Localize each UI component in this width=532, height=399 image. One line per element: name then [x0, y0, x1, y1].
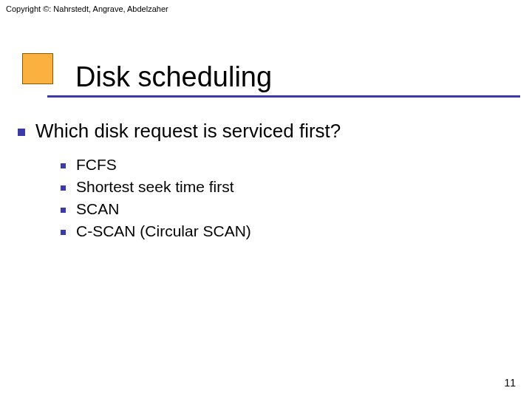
title-block: Disk scheduling — [22, 52, 520, 98]
square-bullet-icon — [61, 208, 66, 213]
question-text: Which disk request is serviced first? — [35, 120, 341, 143]
square-bullet-icon — [18, 129, 25, 136]
page-number: 11 — [504, 377, 516, 389]
list-item: C-SCAN (Circular SCAN) — [61, 222, 510, 240]
item-text: Shortest seek time first — [76, 178, 234, 196]
item-text: SCAN — [76, 200, 119, 218]
square-bullet-icon — [61, 185, 66, 191]
item-text: C-SCAN (Circular SCAN) — [76, 222, 251, 240]
bullet-level1: Which disk request is serviced first? — [18, 120, 510, 143]
title-bar-wrap: Disk scheduling — [47, 52, 520, 98]
list-item: FCFS — [61, 156, 510, 174]
title-underline — [47, 95, 520, 98]
copyright-line: Copyright ©: Nahrstedt, Angrave, Abdelza… — [6, 4, 168, 13]
slide-title: Disk scheduling — [47, 63, 520, 95]
item-text: FCFS — [76, 156, 117, 174]
square-bullet-icon — [61, 163, 66, 168]
body-content: Which disk request is serviced first? FC… — [18, 120, 510, 245]
square-bullet-icon — [61, 230, 66, 235]
list-item: SCAN — [61, 200, 510, 218]
sublist: FCFS Shortest seek time first SCAN C-SCA… — [61, 156, 510, 240]
list-item: Shortest seek time first — [61, 178, 510, 196]
